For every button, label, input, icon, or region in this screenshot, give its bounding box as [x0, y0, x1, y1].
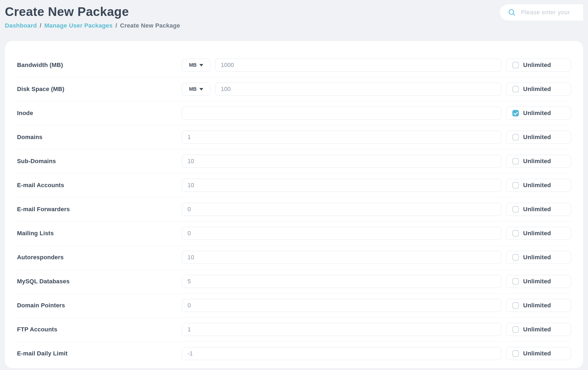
unlimited-toggle-mailing_lists[interactable]: Unlimited: [506, 227, 571, 240]
unlimited-label: Unlimited: [523, 254, 551, 261]
checkbox-icon: [512, 326, 519, 333]
checkbox-icon: [512, 86, 519, 92]
chevron-down-icon: [199, 64, 203, 66]
checkbox-icon: [512, 350, 519, 357]
row-mysql: MySQL DatabasesUnlimited: [17, 270, 571, 294]
input-diskspace[interactable]: [215, 83, 501, 96]
label-email_fwd: E-mail Forwarders: [17, 206, 182, 213]
unlimited-label: Unlimited: [523, 182, 551, 189]
input-email_fwd[interactable]: [182, 203, 501, 216]
form-panel: Bandwidth (MB)MBUnlimitedDisk Space (MB)…: [5, 41, 583, 368]
label-inode: Inode: [17, 110, 182, 117]
input-col-bandwidth: MBUnlimited: [182, 59, 571, 72]
input-bandwidth[interactable]: [215, 59, 501, 72]
input-col-diskspace: MBUnlimited: [182, 83, 571, 96]
unit-select-diskspace[interactable]: MB: [182, 83, 210, 96]
checkbox-icon: [512, 134, 519, 140]
input-col-autoresponders: Unlimited: [182, 251, 571, 264]
checkbox-icon: [512, 182, 519, 189]
unlimited-label: Unlimited: [523, 86, 551, 93]
svg-line-1: [513, 14, 515, 15]
breadcrumb-manage[interactable]: Manage User Packages: [44, 22, 113, 29]
input-col-email_fwd: Unlimited: [182, 203, 571, 216]
unlimited-toggle-domains[interactable]: Unlimited: [506, 131, 571, 144]
unlimited-toggle-diskspace[interactable]: Unlimited: [506, 83, 571, 96]
search-input[interactable]: [521, 9, 575, 16]
unlimited-toggle-bandwidth[interactable]: Unlimited: [506, 59, 571, 72]
search-box[interactable]: [500, 4, 583, 21]
checkbox-icon: [512, 158, 519, 164]
unlimited-label: Unlimited: [523, 278, 551, 285]
input-inode: [182, 107, 501, 120]
unlimited-toggle-email_accounts[interactable]: Unlimited: [506, 179, 571, 192]
unlimited-toggle-email_daily[interactable]: Unlimited: [506, 347, 571, 360]
input-col-pointers: Unlimited: [182, 299, 571, 312]
breadcrumb-current: Create New Package: [120, 22, 180, 29]
row-bandwidth: Bandwidth (MB)MBUnlimited: [17, 53, 571, 77]
input-pointers[interactable]: [182, 299, 501, 312]
row-domains: DomainsUnlimited: [17, 125, 571, 149]
input-subdomains[interactable]: [182, 155, 501, 168]
input-domains[interactable]: [182, 131, 501, 144]
row-pointers: Domain PointersUnlimited: [17, 294, 571, 318]
title-area: Create New Package Dashboard / Manage Us…: [5, 3, 180, 29]
checkbox-icon: [512, 230, 519, 237]
input-col-mysql: Unlimited: [182, 275, 571, 288]
input-mysql[interactable]: [182, 275, 501, 288]
label-mysql: MySQL Databases: [17, 278, 182, 285]
input-col-inode: Unlimited: [182, 107, 571, 120]
unlimited-label: Unlimited: [523, 134, 551, 141]
row-autoresponders: AutorespondersUnlimited: [17, 245, 571, 270]
input-col-email_daily: Unlimited: [182, 347, 571, 360]
checkbox-icon: [512, 278, 519, 285]
unlimited-toggle-pointers[interactable]: Unlimited: [506, 299, 571, 312]
checkbox-icon: [512, 206, 519, 213]
input-col-ftp: Unlimited: [182, 323, 571, 336]
unlimited-label: Unlimited: [523, 230, 551, 237]
label-ftp: FTP Accounts: [17, 326, 182, 333]
page-title: Create New Package: [5, 4, 180, 19]
input-ftp[interactable]: [182, 323, 501, 336]
label-pointers: Domain Pointers: [17, 302, 182, 309]
unit-label: MB: [189, 62, 197, 68]
breadcrumb-dashboard[interactable]: Dashboard: [5, 22, 37, 29]
input-col-subdomains: Unlimited: [182, 155, 571, 168]
breadcrumb-sep: /: [40, 22, 42, 29]
unlimited-toggle-autoresponders[interactable]: Unlimited: [506, 251, 571, 264]
breadcrumb-sep: /: [115, 22, 117, 29]
unlimited-toggle-inode[interactable]: Unlimited: [506, 107, 571, 120]
label-subdomains: Sub-Domains: [17, 158, 182, 165]
unlimited-toggle-mysql[interactable]: Unlimited: [506, 275, 571, 288]
unit-select-bandwidth[interactable]: MB: [182, 59, 210, 72]
breadcrumb: Dashboard / Manage User Packages / Creat…: [5, 22, 180, 29]
unit-label: MB: [189, 86, 197, 92]
unlimited-label: Unlimited: [523, 206, 551, 213]
unlimited-label: Unlimited: [523, 302, 551, 309]
checkbox-icon: [512, 62, 519, 68]
row-inode: InodeUnlimited: [17, 101, 571, 125]
chevron-down-icon: [199, 88, 203, 90]
row-subdomains: Sub-DomainsUnlimited: [17, 149, 571, 173]
input-mailing_lists[interactable]: [182, 227, 501, 240]
input-col-email_accounts: Unlimited: [182, 179, 571, 192]
search-icon: [508, 9, 516, 16]
unlimited-label: Unlimited: [523, 158, 551, 165]
row-ftp: FTP AccountsUnlimited: [17, 318, 571, 342]
row-mailing_lists: Mailing ListsUnlimited: [17, 221, 571, 245]
unlimited-toggle-subdomains[interactable]: Unlimited: [506, 155, 571, 168]
input-col-mailing_lists: Unlimited: [182, 227, 571, 240]
label-email_accounts: E-mail Accounts: [17, 182, 182, 189]
input-autoresponders[interactable]: [182, 251, 501, 264]
label-bandwidth: Bandwidth (MB): [17, 62, 182, 69]
label-domains: Domains: [17, 134, 182, 141]
input-email_daily[interactable]: [182, 347, 501, 360]
label-diskspace: Disk Space (MB): [17, 86, 182, 93]
row-email_daily: E-mail Daily LimitUnlimited: [17, 342, 571, 365]
input-email_accounts[interactable]: [182, 179, 501, 192]
row-email_accounts: E-mail AccountsUnlimited: [17, 173, 571, 197]
label-autoresponders: Autoresponders: [17, 254, 182, 261]
unlimited-toggle-ftp[interactable]: Unlimited: [506, 323, 571, 336]
row-diskspace: Disk Space (MB)MBUnlimited: [17, 77, 571, 101]
unlimited-label: Unlimited: [523, 110, 551, 117]
unlimited-toggle-email_fwd[interactable]: Unlimited: [506, 203, 571, 216]
